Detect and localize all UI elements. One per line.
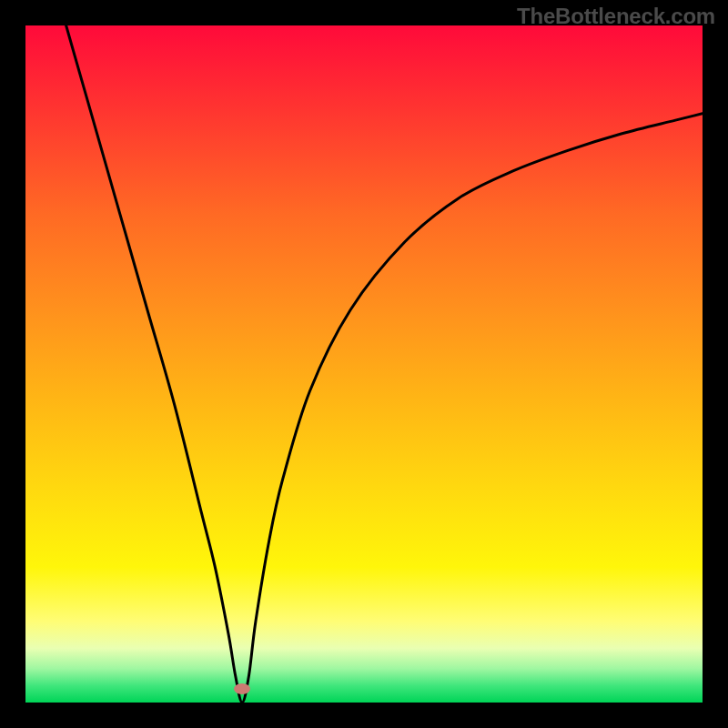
chart-frame: TheBottleneck.com xyxy=(0,0,728,728)
dip-marker xyxy=(234,683,250,694)
watermark-label: TheBottleneck.com xyxy=(517,4,715,29)
bottleneck-curve xyxy=(25,25,703,703)
plot-area xyxy=(25,25,703,703)
